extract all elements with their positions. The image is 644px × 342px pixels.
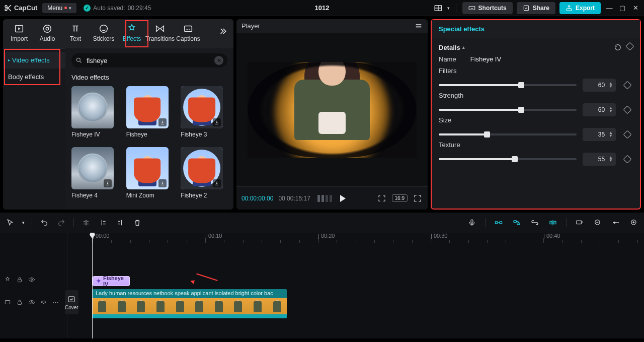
download-icon[interactable] bbox=[158, 118, 167, 126]
param-spinbox[interactable]: 60▲▼ bbox=[583, 103, 616, 116]
zoom-slider-icon[interactable] bbox=[611, 218, 621, 228]
effect-card[interactable]: Fisheye bbox=[126, 86, 171, 138]
split-icon[interactable] bbox=[81, 218, 91, 228]
menu-button[interactable]: Menu ▾ bbox=[42, 3, 76, 13]
effect-card[interactable]: Fisheye 2 bbox=[181, 147, 225, 199]
section-label: Video effects bbox=[71, 74, 227, 81]
eye-icon[interactable] bbox=[28, 276, 35, 283]
cursor-icon[interactable] bbox=[5, 218, 15, 228]
align-tracks-icon[interactable] bbox=[548, 218, 558, 228]
svg-point-9 bbox=[100, 25, 108, 33]
timeline-ruler[interactable]: | 00:00| 00:10| 00:20| 00:30| 00:40 bbox=[67, 233, 644, 243]
search-box[interactable]: ✕ bbox=[71, 53, 227, 67]
tab-transitions[interactable]: Transitions bbox=[146, 22, 174, 43]
speaker-icon[interactable] bbox=[40, 299, 47, 306]
maximize-button[interactable]: ▢ bbox=[618, 4, 627, 12]
chain-icon[interactable] bbox=[530, 218, 540, 228]
mic-icon[interactable] bbox=[467, 218, 477, 228]
zoom-in-icon[interactable] bbox=[629, 218, 639, 228]
effect-thumb[interactable] bbox=[181, 147, 223, 189]
zoom-out-icon[interactable] bbox=[593, 218, 603, 228]
close-button[interactable]: ✕ bbox=[631, 4, 640, 12]
caret-up-icon[interactable]: ▴ bbox=[462, 45, 465, 50]
export-button[interactable]: Export bbox=[559, 2, 601, 14]
video-clip[interactable]: Lady human resources netbook speak appli… bbox=[93, 289, 287, 318]
star-icon[interactable] bbox=[4, 276, 11, 283]
tab-text-label: Text bbox=[70, 35, 81, 42]
share-button[interactable]: Share bbox=[517, 2, 555, 14]
aspect-ratio-button[interactable]: 16:9 bbox=[392, 194, 408, 202]
shortcuts-button[interactable]: Shortcuts bbox=[462, 2, 513, 14]
sidebar-item-video-effects[interactable]: ▸ Video effects bbox=[3, 52, 65, 69]
preview-render-icon[interactable] bbox=[575, 218, 585, 228]
keyframe-icon[interactable] bbox=[623, 155, 632, 164]
delete-icon[interactable] bbox=[132, 218, 142, 228]
snap-icon[interactable] bbox=[494, 218, 504, 228]
scale-fit-icon[interactable] bbox=[377, 193, 387, 203]
download-icon[interactable] bbox=[213, 179, 221, 187]
trim-right-icon[interactable] bbox=[115, 218, 125, 228]
svg-rect-5 bbox=[567, 9, 571, 11]
link-track-icon[interactable] bbox=[512, 218, 522, 228]
tab-import[interactable]: Import bbox=[5, 22, 33, 43]
lock-icon[interactable] bbox=[16, 299, 23, 306]
clip-icon[interactable] bbox=[4, 299, 11, 306]
keyframe-icon[interactable] bbox=[626, 42, 634, 51]
search-input[interactable] bbox=[86, 56, 211, 65]
tab-captions[interactable]: Captions bbox=[174, 22, 202, 43]
reset-icon[interactable] bbox=[614, 43, 622, 51]
effect-clip[interactable]: ✦ Fisheye IV bbox=[93, 276, 130, 286]
video-track[interactable]: Lady human resources netbook speak appli… bbox=[93, 289, 644, 318]
svg-rect-14 bbox=[500, 222, 502, 224]
lock-icon[interactable] bbox=[16, 276, 23, 283]
effect-card[interactable]: Fisheye 3 bbox=[181, 86, 225, 138]
keyframe-icon[interactable] bbox=[623, 81, 632, 90]
effect-thumb[interactable] bbox=[126, 147, 169, 189]
keyframe-icon[interactable] bbox=[623, 130, 632, 139]
tab-audio[interactable]: Audio bbox=[33, 22, 61, 43]
timeline-body[interactable]: | 00:00| 00:10| 00:20| 00:30| 00:40 ✦ Fi… bbox=[67, 233, 644, 338]
param-label: Filters bbox=[439, 67, 633, 75]
cursor-chevron-down-icon[interactable]: ▾ bbox=[22, 220, 25, 225]
preview-frame bbox=[248, 62, 417, 158]
effect-card[interactable]: Fisheye 4 bbox=[71, 147, 116, 199]
effect-thumb[interactable] bbox=[181, 86, 223, 128]
effect-thumb[interactable] bbox=[71, 86, 114, 128]
svg-rect-13 bbox=[495, 222, 498, 224]
effect-thumb[interactable] bbox=[126, 86, 169, 128]
scissors-icon bbox=[4, 4, 12, 12]
effect-thumb[interactable] bbox=[71, 147, 114, 189]
keyframe-icon[interactable] bbox=[623, 106, 632, 114]
layout-chevron-down-icon[interactable]: ▾ bbox=[447, 6, 450, 11]
param-spinbox[interactable]: 55▲▼ bbox=[583, 153, 616, 166]
effect-card[interactable]: Mini Zoom bbox=[126, 147, 171, 199]
undo-icon[interactable] bbox=[39, 218, 49, 228]
param-slider[interactable] bbox=[439, 109, 577, 111]
layout-icon[interactable] bbox=[433, 3, 443, 13]
tab-effects[interactable]: Effects bbox=[118, 22, 146, 43]
fullscreen-icon[interactable] bbox=[413, 193, 423, 203]
clear-icon[interactable]: ✕ bbox=[214, 56, 223, 65]
param-spinbox[interactable]: 35▲▼ bbox=[583, 128, 616, 141]
sidebar-item-body-effects[interactable]: Body effects bbox=[3, 69, 65, 85]
minimize-button[interactable]: — bbox=[605, 4, 614, 12]
param-slider[interactable] bbox=[439, 158, 577, 160]
download-icon[interactable] bbox=[158, 179, 167, 187]
play-button[interactable] bbox=[340, 195, 346, 202]
eye-icon[interactable] bbox=[28, 299, 35, 306]
trim-left-icon[interactable] bbox=[98, 218, 108, 228]
tab-stickers[interactable]: Stickers bbox=[90, 22, 118, 43]
download-icon[interactable] bbox=[104, 179, 112, 187]
param-slider[interactable] bbox=[439, 84, 577, 86]
player-canvas[interactable] bbox=[236, 33, 428, 186]
download-icon[interactable] bbox=[213, 118, 221, 126]
player-menu-icon[interactable] bbox=[415, 22, 423, 30]
param-slider[interactable] bbox=[439, 133, 577, 135]
redo-icon[interactable] bbox=[56, 218, 66, 228]
effects-track[interactable]: ✦ Fisheye IV bbox=[93, 276, 644, 286]
tab-text[interactable]: Text bbox=[61, 22, 90, 43]
tabs-overflow[interactable] bbox=[217, 22, 231, 36]
param-spinbox[interactable]: 60▲▼ bbox=[583, 79, 616, 92]
effect-card[interactable]: Fisheye IV bbox=[71, 86, 116, 138]
more-icon[interactable]: ⋯ bbox=[52, 299, 60, 306]
